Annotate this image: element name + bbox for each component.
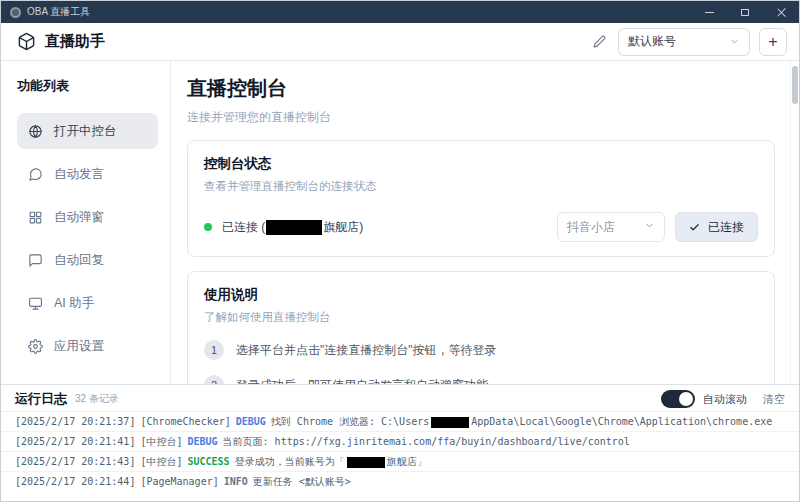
log-message: 更新任务 <默认账号> [253,476,351,487]
sidebar: 功能列表 打开中控台 自动发言 自动弹窗 自动回复 AI 助手 应用设置 [1,61,171,384]
log-panel: 运行日志 32 条记录 自动滚动 清空 [2025/2/17 20:21:37]… [1,384,799,501]
sidebar-title: 功能列表 [17,77,158,95]
close-button[interactable] [763,1,799,23]
globe-icon [28,124,43,139]
redacted-text [266,220,322,235]
log-level-badge: DEBUG [236,416,266,427]
instruction-step: 2 登录成功后，即可使用自动发言和自动弹窗功能 [204,375,758,384]
check-icon [689,222,700,233]
log-entry: [2025/2/17 20:21:41][中控台]DEBUG当前页面: http… [1,431,799,451]
cube-icon [17,32,36,51]
status-row: 已连接 ( 旗舰店) 抖音小店 [204,212,758,242]
app-logo-icon [10,7,21,18]
app-title: 直播助手 [45,32,105,51]
sidebar-item-label: 应用设置 [54,338,104,355]
minimize-icon [705,12,714,13]
maximize-button[interactable] [727,1,763,23]
usage-help-card: 使用说明 了解如何使用直播控制台 1 选择平台并点击"连接直播控制台"按钮，等待… [187,271,775,384]
body: 功能列表 打开中控台 自动发言 自动弹窗 自动回复 AI 助手 应用设置 直播控… [1,61,799,384]
log-level-badge: DEBUG [187,436,217,447]
status-card-subtitle: 查看并管理直播控制台的连接状态 [204,179,758,194]
log-title: 运行日志 [15,390,67,408]
step-text: 选择平台并点击"连接直播控制台"按钮，等待登录 [236,342,497,359]
chevron-down-icon [729,36,740,47]
sidebar-item-ai-assistant[interactable]: AI 助手 [17,285,158,321]
grid-icon [28,210,43,225]
log-message: 当前页面: https://fxg.jinritemai.com/ffa/buy… [223,436,630,447]
clear-log-button[interactable]: 清空 [763,392,785,407]
log-entry: [2025/2/17 20:21:37][ChromeChecker]DEBUG… [1,411,799,431]
sidebar-list: 打开中控台 自动发言 自动弹窗 自动回复 AI 助手 应用设置 [17,113,158,364]
toggle-knob [679,392,693,406]
log-entry: [2025/2/17 20:21:43][中控台]SUCCESS登录成功，当前账… [1,451,799,471]
message-icon [28,253,43,268]
sidebar-item-label: 自动弹窗 [54,209,104,226]
account-select[interactable]: 默认账号 [618,28,750,56]
redacted-text [347,457,385,468]
connect-button[interactable]: 已连接 [675,212,758,242]
log-header: 运行日志 32 条记录 自动滚动 清空 [1,385,799,411]
log-timestamp: [2025/2/17 20:21:43] [15,456,135,467]
log-source: [PageManager] [140,476,218,487]
page-subtitle: 连接并管理您的直播控制台 [187,109,775,126]
log-source: [中控台] [140,456,182,467]
instruction-steps: 1 选择平台并点击"连接直播控制台"按钮，等待登录 2 登录成功后，即可使用自动… [204,340,758,384]
status-card-title: 控制台状态 [204,155,758,173]
autoscroll-label: 自动滚动 [703,392,747,407]
sidebar-item-open-console[interactable]: 打开中控台 [17,113,158,149]
step-text: 登录成功后，即可使用自动发言和自动弹窗功能 [236,377,488,385]
status-dot [204,223,212,231]
help-card-subtitle: 了解如何使用直播控制台 [204,310,758,325]
sidebar-item-auto-reply[interactable]: 自动回复 [17,242,158,278]
gear-icon [28,339,43,354]
header: 直播助手 默认账号 + [1,23,799,61]
log-level-badge: INFO [224,476,248,487]
account-select-value: 默认账号 [628,33,676,50]
main-content: 直播控制台 连接并管理您的直播控制台 控制台状态 查看并管理直播控制台的连接状态… [171,61,799,384]
log-message: 登录成功，当前账号为「 [235,456,345,467]
edit-account-button[interactable] [593,35,606,48]
window-title: OBA 直播工具 [27,5,691,19]
log-message: 旗舰店」 [387,456,427,467]
log-count: 32 条记录 [75,392,119,406]
app-window: OBA 直播工具 直播助手 默认账号 + 功能列表 [0,0,800,502]
monitor-icon [28,296,43,311]
sidebar-item-label: 自动回复 [54,252,104,269]
log-message: 找到 Chrome 浏览器: C:\Users [271,416,429,427]
console-status-card: 控制台状态 查看并管理直播控制台的连接状态 已连接 ( 旗舰店) 抖音小店 [187,140,775,257]
maximize-icon [741,9,749,16]
add-account-button[interactable]: + [759,28,787,56]
scrollbar-track[interactable] [790,61,799,384]
log-source: [中控台] [140,436,182,447]
log-body: [2025/2/17 20:21:37][ChromeChecker]DEBUG… [1,411,799,501]
pencil-icon [593,35,606,48]
sidebar-item-app-settings[interactable]: 应用设置 [17,328,158,364]
log-entry: [2025/2/17 20:21:44][PageManager]INFO更新任… [1,471,799,491]
close-icon [777,8,786,17]
minimize-button[interactable] [691,1,727,23]
redacted-text [431,417,469,428]
titlebar: OBA 直播工具 [1,1,799,23]
log-level-badge: SUCCESS [187,456,229,467]
connection-status-text: 已连接 ( 旗舰店) [222,219,363,236]
sidebar-item-auto-speak[interactable]: 自动发言 [17,156,158,192]
platform-select[interactable]: 抖音小店 [557,212,665,242]
instruction-step: 1 选择平台并点击"连接直播控制台"按钮，等待登录 [204,340,758,360]
help-card-title: 使用说明 [204,286,758,304]
scrollbar-thumb[interactable] [792,66,798,104]
platform-select-value: 抖音小店 [567,219,615,236]
log-source: [ChromeChecker] [140,416,230,427]
step-number-badge: 1 [204,340,224,360]
sidebar-item-label: AI 助手 [54,295,94,312]
log-timestamp: [2025/2/17 20:21:37] [15,416,135,427]
page-title: 直播控制台 [187,75,775,102]
autoscroll-toggle[interactable] [661,390,695,408]
sidebar-item-auto-popup[interactable]: 自动弹窗 [17,199,158,235]
chat-icon [28,167,43,182]
log-timestamp: [2025/2/17 20:21:41] [15,436,135,447]
step-number-badge: 2 [204,375,224,384]
log-timestamp: [2025/2/17 20:21:44] [15,476,135,487]
sidebar-item-label: 自动发言 [54,166,104,183]
chevron-down-icon [644,220,655,234]
log-message: AppData\Local\Google\Chrome\Application\… [471,416,772,427]
